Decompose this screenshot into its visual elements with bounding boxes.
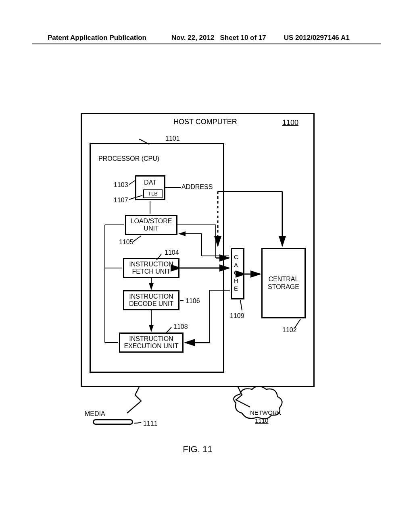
cache-label: CACHE <box>234 253 238 293</box>
cpu-ref: 1101 <box>165 135 180 142</box>
address-label: ADDRESS <box>181 183 213 191</box>
page-header: Patent Application Publication Nov. 22, … <box>0 34 413 42</box>
figure-caption: FIG. 11 <box>81 444 315 455</box>
ieu-ref: 1108 <box>173 323 188 330</box>
ifu-box: INSTRUCTION FETCH UNIT <box>123 258 179 278</box>
ieu-box: INSTRUCTION EXECUTION UNIT <box>119 332 184 353</box>
idu-ref: 1106 <box>186 297 200 305</box>
header-date: Nov. 22, 2012 <box>171 34 214 42</box>
media-ref: 1111 <box>143 420 158 427</box>
dat-ref: 1103 <box>114 181 128 189</box>
idu-label: INSTRUCTION DECODE UNIT <box>129 293 173 308</box>
idu-box: INSTRUCTION DECODE UNIT <box>123 290 179 310</box>
lsu-label: LOAD/STORE UNIT <box>131 218 172 233</box>
dat-label: DAT <box>144 179 156 186</box>
tlb-ref: 1107 <box>114 197 128 204</box>
host-label: HOST COMPUTER <box>173 118 237 126</box>
storage-ref: 1102 <box>282 326 297 334</box>
cpu-label: PROCESSOR (CPU) <box>98 155 159 162</box>
lsu-box: LOAD/STORE UNIT <box>125 215 177 235</box>
lsu-ref: 1105 <box>119 239 133 246</box>
network-ref: 1110 <box>255 417 268 424</box>
tlb-box: TLB <box>143 189 163 198</box>
host-ref: 1100 <box>282 118 298 127</box>
ifu-label: INSTRUCTION FETCH UNIT <box>129 261 173 276</box>
diagram: HOST COMPUTER 1100 PROCESSOR (CPU) 1101 … <box>81 113 315 439</box>
ifu-ref: 1104 <box>165 249 179 256</box>
header-sheet: Sheet 10 of 17 <box>220 34 266 42</box>
tlb-label: TLB <box>148 191 158 197</box>
storage-label: CENTRAL STORAGE <box>268 276 299 291</box>
media-label: MEDIA <box>85 410 105 418</box>
header-rule <box>32 44 381 44</box>
header-pubno: US 2012/0297146 A1 <box>284 34 350 42</box>
header-left: Patent Application Publication <box>48 34 146 42</box>
storage-box: CENTRAL STORAGE <box>261 248 306 318</box>
media-disc <box>93 419 133 425</box>
ieu-label: INSTRUCTION EXECUTION UNIT <box>124 335 178 350</box>
cache-ref: 1109 <box>230 312 244 320</box>
network-label: NETWORK <box>250 409 281 416</box>
